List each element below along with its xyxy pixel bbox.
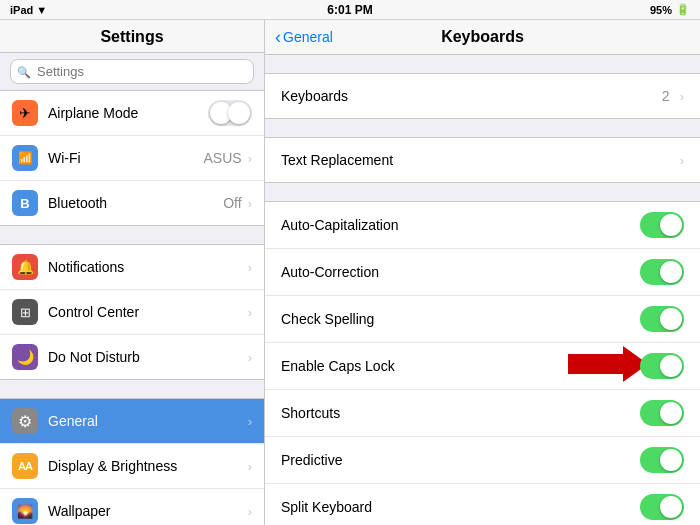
shortcuts-label: Shortcuts [281, 405, 640, 421]
general-label: General [48, 413, 248, 429]
wallpaper-icon: 🌄 [12, 498, 38, 524]
bluetooth-value: Off [223, 195, 241, 211]
status-bar-left: iPad ▼ [10, 4, 47, 16]
auto-cap-label: Auto-Capitalization [281, 217, 640, 233]
wifi-icon: 📶 [12, 145, 38, 171]
sidebar: Settings ✈ Airplane Mode 📶 Wi-Fi A [0, 20, 265, 525]
right-header: ‹ General Keyboards [265, 20, 700, 55]
keyboard-settings-section: Auto-Capitalization Auto-Correction Chec… [265, 201, 700, 525]
status-bar: iPad ▼ 6:01 PM 95% 🔋 [0, 0, 700, 20]
back-chevron-icon: ‹ [275, 27, 281, 48]
battery-icon: 🔋 [676, 3, 690, 16]
check-spelling-label: Check Spelling [281, 311, 640, 327]
check-spelling-row: Check Spelling [265, 296, 700, 343]
ipad-label: iPad ▼ [10, 4, 47, 16]
airplane-toggle[interactable] [208, 100, 252, 126]
caps-lock-row: Enable Caps Lock [265, 343, 700, 390]
sidebar-item-control[interactable]: ⊞ Control Center › [0, 290, 264, 335]
keyboards-row[interactable]: Keyboards 2 › [265, 74, 700, 118]
display-chevron: › [248, 459, 252, 474]
airplane-icon: ✈ [12, 100, 38, 126]
sidebar-section-2: 🔔 Notifications › ⊞ Control Center › 🌙 D… [0, 244, 264, 380]
sidebar-section-1: ✈ Airplane Mode 📶 Wi-Fi ASUS › B Bluetoo… [0, 90, 264, 226]
auto-cap-row: Auto-Capitalization [265, 202, 700, 249]
notifications-chevron: › [248, 260, 252, 275]
control-label: Control Center [48, 304, 248, 320]
sidebar-item-bluetooth[interactable]: B Bluetooth Off › [0, 181, 264, 225]
split-keyboard-label: Split Keyboard [281, 499, 640, 515]
keyboards-row-value: 2 [662, 88, 670, 104]
auto-correct-toggle[interactable] [640, 259, 684, 285]
text-replacement-label: Text Replacement [281, 152, 676, 168]
auto-correct-row: Auto-Correction [265, 249, 700, 296]
status-bar-time: 6:01 PM [327, 3, 372, 17]
sidebar-item-airplane[interactable]: ✈ Airplane Mode [0, 91, 264, 136]
battery-label: 95% [650, 4, 672, 16]
dnd-icon: 🌙 [12, 344, 38, 370]
sidebar-item-wifi[interactable]: 📶 Wi-Fi ASUS › [0, 136, 264, 181]
text-replacement-row[interactable]: Text Replacement › [265, 138, 700, 182]
predictive-label: Predictive [281, 452, 640, 468]
wifi-chevron: › [248, 151, 252, 166]
search-input[interactable] [10, 59, 254, 84]
bluetooth-chevron: › [248, 196, 252, 211]
control-icon: ⊞ [12, 299, 38, 325]
text-replacement-section: Text Replacement › [265, 137, 700, 183]
right-panel: ‹ General Keyboards Keyboards 2 › Text R… [265, 20, 700, 525]
wallpaper-chevron: › [248, 504, 252, 519]
right-content: Keyboards 2 › Text Replacement › Auto-Ca… [265, 55, 700, 525]
dnd-chevron: › [248, 350, 252, 365]
status-bar-right: 95% 🔋 [650, 3, 690, 16]
airplane-label: Airplane Mode [48, 105, 208, 121]
wallpaper-label: Wallpaper [48, 503, 248, 519]
keyboards-section: Keyboards 2 › [265, 73, 700, 119]
auto-cap-toggle[interactable] [640, 212, 684, 238]
sidebar-item-dnd[interactable]: 🌙 Do Not Disturb › [0, 335, 264, 379]
back-button[interactable]: ‹ General [275, 27, 333, 48]
dnd-label: Do Not Disturb [48, 349, 248, 365]
display-icon: AA [12, 453, 38, 479]
sidebar-section-3: ⚙ General › AA Display & Brightness › 🌄 … [0, 398, 264, 525]
general-chevron: › [248, 414, 252, 429]
bluetooth-label: Bluetooth [48, 195, 223, 211]
sidebar-item-wallpaper[interactable]: 🌄 Wallpaper › [0, 489, 264, 525]
predictive-toggle[interactable] [640, 447, 684, 473]
control-chevron: › [248, 305, 252, 320]
notifications-label: Notifications [48, 259, 248, 275]
back-label: General [283, 29, 333, 45]
notifications-icon: 🔔 [12, 254, 38, 280]
search-icon-wrapper [10, 59, 254, 84]
auto-correct-label: Auto-Correction [281, 264, 640, 280]
split-keyboard-toggle[interactable] [640, 494, 684, 520]
sidebar-item-display[interactable]: AA Display & Brightness › [0, 444, 264, 489]
caps-lock-label: Enable Caps Lock [281, 358, 640, 374]
wifi-value: ASUS [204, 150, 242, 166]
keyboards-row-label: Keyboards [281, 88, 662, 104]
sidebar-search-wrapper [0, 53, 264, 90]
main-container: Settings ✈ Airplane Mode 📶 Wi-Fi A [0, 20, 700, 525]
bluetooth-icon: B [12, 190, 38, 216]
wifi-label: Wi-Fi [48, 150, 204, 166]
caps-lock-toggle[interactable] [640, 353, 684, 379]
shortcuts-row: Shortcuts [265, 390, 700, 437]
predictive-row: Predictive [265, 437, 700, 484]
sidebar-list: ✈ Airplane Mode 📶 Wi-Fi ASUS › B Bluetoo… [0, 90, 264, 525]
shortcuts-toggle[interactable] [640, 400, 684, 426]
sidebar-item-notifications[interactable]: 🔔 Notifications › [0, 245, 264, 290]
sidebar-item-general[interactable]: ⚙ General › [0, 399, 264, 444]
keyboards-row-chevron: › [680, 89, 684, 104]
display-label: Display & Brightness [48, 458, 248, 474]
split-keyboard-row: Split Keyboard [265, 484, 700, 525]
general-icon: ⚙ [12, 408, 38, 434]
text-replacement-chevron: › [680, 153, 684, 168]
sidebar-title: Settings [0, 20, 264, 53]
right-panel-title: Keyboards [441, 28, 524, 46]
check-spelling-toggle[interactable] [640, 306, 684, 332]
